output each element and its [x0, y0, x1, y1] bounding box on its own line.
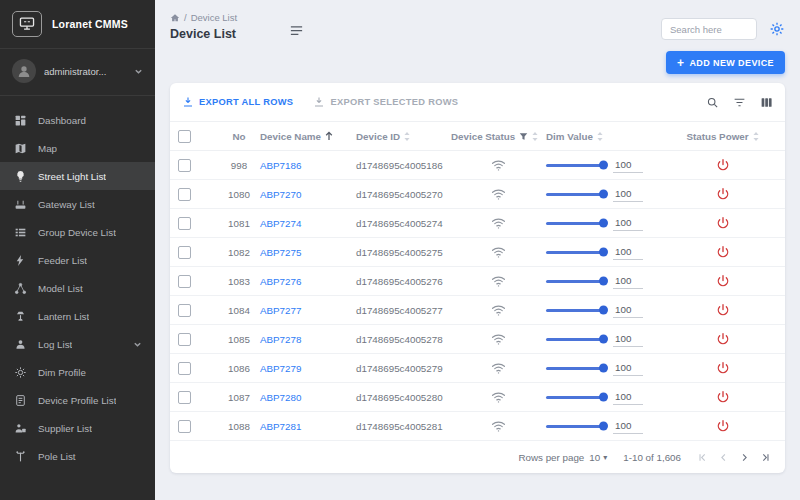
device-name-link[interactable]: ABP7275 [260, 247, 301, 258]
gear-icon[interactable] [769, 21, 785, 37]
dim-value-input[interactable]: 100 [613, 419, 643, 434]
dim-value-input[interactable]: 100 [613, 361, 643, 376]
row-checkbox[interactable] [178, 188, 191, 201]
menu-toggle-icon[interactable] [289, 24, 304, 37]
sidebar-item-group-device-list[interactable]: Group Device List [0, 218, 155, 246]
sidebar-item-log-list[interactable]: Log List [0, 330, 155, 358]
dim-slider[interactable] [546, 193, 604, 196]
slider-handle[interactable] [599, 335, 608, 344]
sidebar-item-gateway-list[interactable]: Gateway List [0, 190, 155, 218]
select-all-checkbox[interactable] [178, 130, 191, 143]
search-input[interactable] [661, 18, 757, 40]
device-name-link[interactable]: ABP7278 [260, 334, 301, 345]
device-name-link[interactable]: ABP7281 [260, 421, 301, 432]
sidebar-item-device-profile-list[interactable]: Device Profile List [0, 386, 155, 414]
export-selected-rows-button[interactable]: EXPORT SELECTED ROWS [313, 96, 458, 108]
col-header-status-power[interactable]: Status Power [668, 131, 777, 142]
power-icon[interactable] [716, 274, 730, 288]
dim-value-input[interactable]: 100 [613, 245, 643, 260]
slider-handle[interactable] [599, 219, 608, 228]
dim-slider[interactable] [546, 309, 604, 312]
row-checkbox[interactable] [178, 362, 191, 375]
dim-value-input[interactable]: 100 [613, 332, 643, 347]
breadcrumb: / Device List [170, 12, 237, 23]
dim-slider[interactable] [546, 222, 604, 225]
power-icon[interactable] [716, 187, 730, 201]
row-checkbox[interactable] [178, 420, 191, 433]
row-checkbox[interactable] [178, 275, 191, 288]
rows-per-page-select[interactable]: 10 ▾ [589, 452, 607, 463]
row-checkbox[interactable] [178, 217, 191, 230]
col-header-device-status[interactable]: Device Status [451, 131, 546, 142]
device-name-link[interactable]: ABP7277 [260, 305, 301, 316]
dim-slider[interactable] [546, 396, 604, 399]
col-header-device-id[interactable]: Device ID [356, 131, 451, 142]
dim-slider[interactable] [546, 425, 604, 428]
dim-slider[interactable] [546, 367, 604, 370]
user-menu[interactable]: administrator... [0, 49, 155, 96]
home-icon[interactable] [170, 13, 180, 23]
power-icon[interactable] [716, 361, 730, 375]
dim-value-input[interactable]: 100 [613, 390, 643, 405]
dim-value-input[interactable]: 100 [613, 216, 643, 231]
slider-handle[interactable] [599, 364, 608, 373]
first-page-button[interactable] [697, 452, 708, 463]
power-icon[interactable] [716, 419, 730, 433]
device-name-link[interactable]: ABP7279 [260, 363, 301, 374]
slider-handle[interactable] [599, 277, 608, 286]
sidebar-item-lantern-list[interactable]: Lantern List [0, 302, 155, 330]
device-name-link[interactable]: ABP7280 [260, 392, 301, 403]
sidebar-item-feeder-list[interactable]: Feeder List [0, 246, 155, 274]
device-name-link[interactable]: ABP7274 [260, 218, 301, 229]
sidebar-item-dashboard[interactable]: Dashboard [0, 106, 155, 134]
dim-slider[interactable] [546, 164, 604, 167]
dim-value-input[interactable]: 100 [613, 303, 643, 318]
power-icon[interactable] [716, 245, 730, 259]
col-header-dim-value[interactable]: Dim Value [546, 131, 668, 142]
next-page-button[interactable] [739, 452, 750, 463]
sidebar-item-supplier-list[interactable]: Supplier List [0, 414, 155, 442]
dim-value-input[interactable]: 100 [613, 158, 643, 173]
sidebar-item-model-list[interactable]: Model List [0, 274, 155, 302]
row-checkbox[interactable] [178, 159, 191, 172]
add-new-device-button[interactable]: + ADD NEW DEVICE [666, 51, 785, 74]
slider-handle[interactable] [599, 190, 608, 199]
prev-page-button[interactable] [718, 452, 729, 463]
row-no: 998 [218, 160, 260, 171]
row-checkbox[interactable] [178, 333, 191, 346]
slider-handle[interactable] [599, 393, 608, 402]
sidebar-item-dim-profile[interactable]: Dim Profile [0, 358, 155, 386]
dim-slider[interactable] [546, 280, 604, 283]
col-header-no[interactable]: No [218, 131, 260, 142]
sidebar-item-pole-list[interactable]: Pole List [0, 442, 155, 470]
row-checkbox[interactable] [178, 304, 191, 317]
row-checkbox[interactable] [178, 391, 191, 404]
last-page-button[interactable] [760, 452, 771, 463]
slider-handle[interactable] [599, 422, 608, 431]
power-icon[interactable] [716, 332, 730, 346]
row-checkbox[interactable] [178, 246, 191, 259]
dim-value-input[interactable]: 100 [613, 274, 643, 289]
slider-handle[interactable] [599, 248, 608, 257]
col-header-device-name[interactable]: Device Name [260, 131, 356, 142]
sidebar-item-street-light-list[interactable]: Street Light List [0, 162, 155, 190]
device-id-cell: d1748695c4005276 [356, 276, 451, 287]
power-icon[interactable] [716, 303, 730, 317]
power-icon[interactable] [716, 158, 730, 172]
power-icon[interactable] [716, 216, 730, 230]
device-name-link[interactable]: ABP7186 [260, 160, 301, 171]
export-all-rows-button[interactable]: EXPORT ALL ROWS [182, 96, 293, 108]
dim-slider[interactable] [546, 251, 604, 254]
columns-icon[interactable] [760, 96, 773, 109]
device-id-cell: d1748695c4005186 [356, 160, 451, 171]
search-icon[interactable] [706, 96, 719, 109]
dim-slider[interactable] [546, 338, 604, 341]
sidebar-item-map[interactable]: Map [0, 134, 155, 162]
dim-value-input[interactable]: 100 [613, 187, 643, 202]
slider-handle[interactable] [599, 306, 608, 315]
device-name-link[interactable]: ABP7276 [260, 276, 301, 287]
filter-icon[interactable] [733, 96, 746, 109]
power-icon[interactable] [716, 390, 730, 404]
device-name-link[interactable]: ABP7270 [260, 189, 301, 200]
slider-handle[interactable] [599, 161, 608, 170]
